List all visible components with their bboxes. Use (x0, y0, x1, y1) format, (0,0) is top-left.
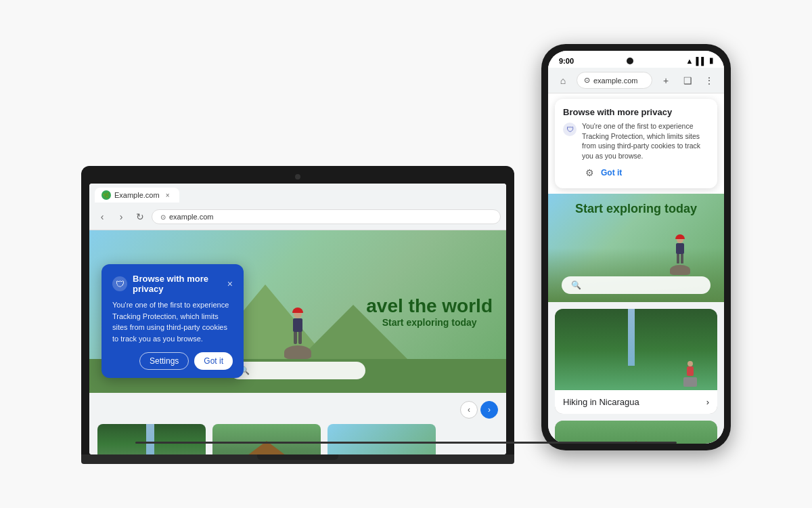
phone-website: Start exploring today (548, 194, 724, 444)
carousel-next-btn[interactable]: › (480, 401, 498, 419)
phone-rock (670, 265, 690, 275)
tab-favicon: 🌿 (102, 190, 111, 200)
phone-popup-got-it-btn[interactable]: Got it (601, 168, 622, 177)
wifi-icon: ▲ (686, 57, 694, 65)
laptop: 🌿 Example.com × ‹ › ↻ ⊙ example.com (81, 166, 514, 464)
card-third[interactable] (328, 424, 436, 454)
phone-hero-text: Start exploring today (548, 202, 724, 216)
browser-tab[interactable]: 🌿 Example.com × (95, 188, 179, 203)
laptop-body: 🌿 Example.com × ‹ › ↻ ⊙ example.com (81, 166, 514, 454)
refresh-btn[interactable]: ↻ (133, 209, 148, 224)
popup-title-row: 🛡 Browse with more privacy (112, 274, 227, 294)
phone-popup-title: Browse with more privacy (563, 107, 709, 117)
phone-card-title: Hiking in Nicaragua (563, 397, 639, 407)
phone-waterfall-stream (628, 309, 635, 366)
tab-close-btn[interactable]: × (163, 190, 173, 200)
bottom-decorative-line (135, 442, 677, 444)
phone-address-icon: ⊙ (584, 76, 590, 85)
website-content: 🛡 Browse with more privacy × You're one … (89, 230, 506, 454)
laptop-base (81, 454, 514, 464)
phone-card-label[interactable]: Hiking in Nicaragua › (555, 390, 717, 414)
browser-toolbar: ‹ › ↻ ⊙ example.com (95, 207, 501, 230)
phone-figure-leg-left (677, 254, 679, 263)
phone-tabs-btn[interactable]: ❑ (679, 72, 696, 89)
figure-legs (294, 332, 302, 344)
laptop-privacy-popup: 🛡 Browse with more privacy × You're one … (102, 264, 244, 378)
card-cabin[interactable] (212, 424, 321, 454)
popup-settings-btn[interactable]: Settings (139, 352, 189, 370)
phone-menu-btn[interactable]: ⋮ (701, 72, 717, 89)
waterfall-stream (146, 424, 154, 454)
back-btn[interactable]: ‹ (95, 209, 110, 224)
phone-search-icon: 🔍 (571, 280, 581, 290)
address-icon: ⊙ (160, 213, 166, 221)
carousel-prev-btn[interactable]: ‹ (460, 401, 478, 419)
phone-status-bar: 9:00 ▲ ▌▌ ▮ (548, 51, 724, 68)
card-row (97, 424, 498, 454)
phone-popup-shield-icon: 🛡 (563, 123, 577, 136)
below-hero: ‹ › (89, 393, 506, 454)
laptop-screen: 🌿 Example.com × ‹ › ↻ ⊙ example.com (89, 184, 506, 454)
hero-text: avel the world Start exploring today (366, 295, 493, 328)
browser-chrome: 🌿 Example.com × ‹ › ↻ ⊙ example.com (89, 184, 506, 230)
phone-figure-head (677, 236, 683, 243)
carousel-nav: ‹ › (97, 401, 498, 419)
phone-hero-search[interactable]: 🔍 (562, 276, 710, 294)
phone-new-tab-btn[interactable]: + (658, 72, 674, 89)
phone-browser-chrome: ⌂ ⊙ example.com + ❑ ⋮ (548, 68, 724, 93)
card-waterfall[interactable] (97, 424, 206, 454)
battery-icon: ▮ (709, 56, 713, 65)
phone-hero-title: Start exploring today (548, 202, 724, 216)
signal-icon: ▌▌ (696, 57, 706, 65)
phone-privacy-popup: Browse with more privacy 🛡 You're one of… (555, 99, 717, 188)
phone-card-waterfall-img (555, 309, 717, 390)
phone: 9:00 ▲ ▌▌ ▮ ⌂ ⊙ example.com + ❑ (541, 44, 731, 450)
phone-figure-torso (676, 243, 684, 254)
figure-leg-right (298, 332, 302, 344)
phone-card-arrow: › (706, 397, 709, 407)
figure-body (284, 310, 311, 359)
rock-base (284, 345, 311, 359)
phone-popup-settings-btn[interactable]: ⚙ (582, 165, 597, 180)
popup-body: You're one of the first to experience Tr… (112, 299, 233, 344)
phone-ground (548, 248, 724, 302)
popup-header: 🛡 Browse with more privacy × (112, 274, 233, 294)
phone-camera (627, 58, 633, 64)
popup-close-btn[interactable]: × (227, 279, 233, 289)
popup-title: Browse with more privacy (133, 274, 227, 294)
figure-leg-left (294, 332, 297, 344)
browser-tabs: 🌿 Example.com × (95, 188, 501, 203)
phone-card-waterfall[interactable]: Hiking in Nicaragua › (555, 309, 717, 414)
hero-title: avel the world (366, 295, 493, 317)
figure-torso (293, 318, 302, 332)
phone-hero: Start exploring today (548, 194, 724, 302)
phone-popup-row: 🛡 You're one of the first to experience … (563, 121, 709, 180)
address-bar[interactable]: ⊙ example.com (152, 209, 501, 224)
address-url: example.com (169, 213, 213, 221)
phone-figure (670, 236, 690, 275)
popup-actions: Settings Got it (112, 352, 233, 370)
phone-popup-body-text: You're one of the first to experience Tr… (582, 121, 709, 161)
phone-popup-body: You're one of the first to experience Tr… (582, 121, 709, 180)
phone-cards-section: Hiking in Nicaragua › (548, 302, 724, 444)
phone-card2-img (555, 421, 717, 444)
status-icons: ▲ ▌▌ ▮ (686, 56, 713, 65)
phone-address-url: example.com (593, 77, 637, 85)
hero-search[interactable]: 🔍 (230, 362, 365, 379)
popup-shield-icon: 🛡 (112, 276, 127, 291)
phone-card-cabin[interactable] (555, 421, 717, 444)
phone-home-btn[interactable]: ⌂ (555, 72, 571, 89)
scene: 🌿 Example.com × ‹ › ↻ ⊙ example.com (81, 44, 731, 464)
tab-title: Example.com (114, 191, 160, 199)
phone-time: 9:00 (559, 57, 574, 65)
phone-toolbar: ⌂ ⊙ example.com + ❑ ⋮ (555, 72, 717, 89)
popup-got-it-btn[interactable]: Got it (194, 352, 233, 370)
figure-head (294, 310, 302, 318)
phone-address-bar[interactable]: ⊙ example.com (577, 72, 652, 89)
phone-figure-legs (670, 254, 690, 263)
phone-popup-actions: ⚙ Got it (582, 165, 709, 180)
phone-card-figure (683, 361, 697, 387)
forward-btn[interactable]: › (114, 209, 129, 224)
phone-figure-leg-right (681, 254, 683, 263)
hero-figure (284, 310, 311, 359)
